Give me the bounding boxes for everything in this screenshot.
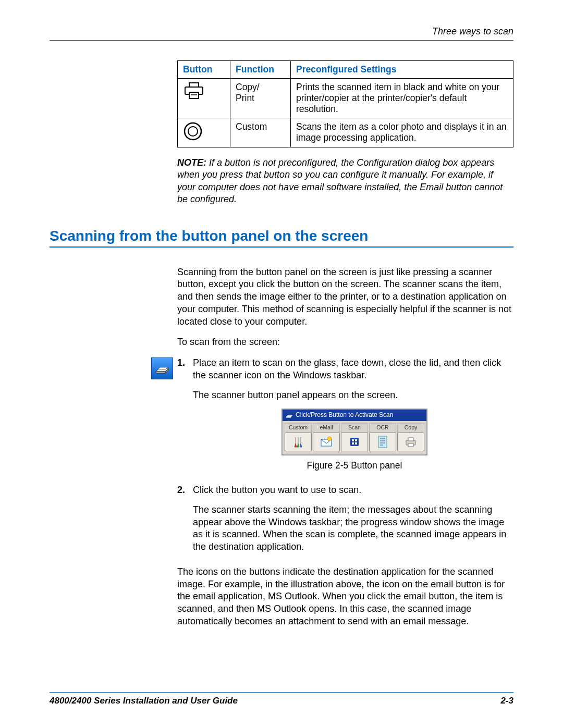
svg-rect-17: [352, 442, 354, 445]
panel-button-custom[interactable]: Custom: [285, 423, 312, 451]
panel-button-ocr[interactable]: OCR: [369, 423, 396, 451]
button-panel-window: Click/Press Button to Activate Scan Cust…: [282, 409, 427, 455]
note-label: NOTE:: [177, 157, 206, 168]
step-text: Place an item to scan on the glass, face…: [193, 357, 516, 382]
svg-rect-0: [189, 83, 199, 87]
svg-rect-25: [408, 438, 413, 441]
svg-point-4: [185, 123, 201, 140]
lead-in: To scan from the screen:: [177, 336, 516, 349]
footer-page-number: 2-3: [500, 696, 513, 706]
panel-title-text: Click/Press Button to Activate Scan: [296, 411, 393, 419]
email-icon: [313, 433, 340, 451]
custom-circle-icon: [178, 118, 230, 147]
svg-rect-2: [189, 92, 199, 98]
svg-rect-26: [408, 443, 413, 447]
table-row: Copy/ Print Prints the scanned item in b…: [178, 79, 513, 118]
svg-rect-15: [352, 439, 354, 441]
svg-rect-18: [355, 442, 357, 445]
running-header: Three ways to scan: [50, 26, 513, 41]
step-item: 2. Click the button you want to use to s…: [177, 484, 516, 561]
header-section-title: Three ways to scan: [432, 26, 513, 36]
step-number: 1.: [177, 357, 193, 479]
printer-icon: [178, 79, 230, 118]
svg-rect-11: [286, 417, 291, 418]
panel-button-copy[interactable]: Copy: [397, 423, 424, 451]
svg-point-13: [327, 437, 332, 441]
cell-settings: Prints the scanned item in black and whi…: [291, 79, 513, 118]
step-item: 1. Place an item to scan on the glass, f…: [177, 357, 516, 479]
cell-function: Custom: [230, 118, 291, 147]
scan-icon: [341, 433, 368, 451]
brush-icon: [285, 433, 312, 451]
page-footer: 4800/2400 Series Installation and User G…: [50, 692, 513, 706]
step-number: 2.: [177, 484, 193, 561]
scanner-taskbar-icon: [151, 357, 173, 379]
panel-button-email[interactable]: eMail: [313, 423, 340, 451]
section-heading: Scanning from the button panel on the sc…: [50, 228, 513, 248]
svg-marker-10: [286, 415, 292, 417]
svg-rect-19: [378, 436, 387, 448]
figure-caption: Figure 2-5 Button panel: [282, 460, 427, 472]
ocr-icon: [369, 433, 396, 451]
cell-settings: Scans the item as a color photo and disp…: [291, 118, 513, 147]
scanner-icon: [286, 412, 293, 418]
note-block: NOTE: If a button is not preconfigured, …: [177, 157, 511, 206]
button-function-table: Button Function Preconfigured Settings: [177, 60, 513, 147]
svg-rect-14: [350, 438, 359, 446]
panel-titlebar: Click/Press Button to Activate Scan: [283, 410, 426, 421]
step-after: The scanner button panel appears on the …: [193, 389, 516, 402]
copy-printer-icon: [397, 433, 424, 451]
closing-paragraph: The icons on the buttons indicate the de…: [177, 566, 516, 628]
svg-marker-7: [156, 372, 165, 373]
svg-rect-16: [355, 439, 357, 441]
svg-point-5: [188, 127, 198, 136]
note-text: If a button is not preconfigured, the Co…: [177, 157, 503, 204]
step-after: The scanner starts scanning the item; th…: [193, 504, 516, 553]
th-button: Button: [178, 61, 230, 79]
table-row: Custom Scans the item as a color photo a…: [178, 118, 513, 147]
th-settings: Preconfigured Settings: [291, 61, 513, 79]
step-text: Click the button you want to use to scan…: [193, 484, 516, 497]
cell-function: Copy/ Print: [230, 79, 291, 118]
panel-button-scan[interactable]: Scan: [341, 423, 368, 451]
th-function: Function: [230, 61, 291, 79]
footer-guide-title: 4800/2400 Series Installation and User G…: [50, 696, 238, 706]
intro-paragraph: Scanning from the button panel on the sc…: [177, 266, 516, 328]
